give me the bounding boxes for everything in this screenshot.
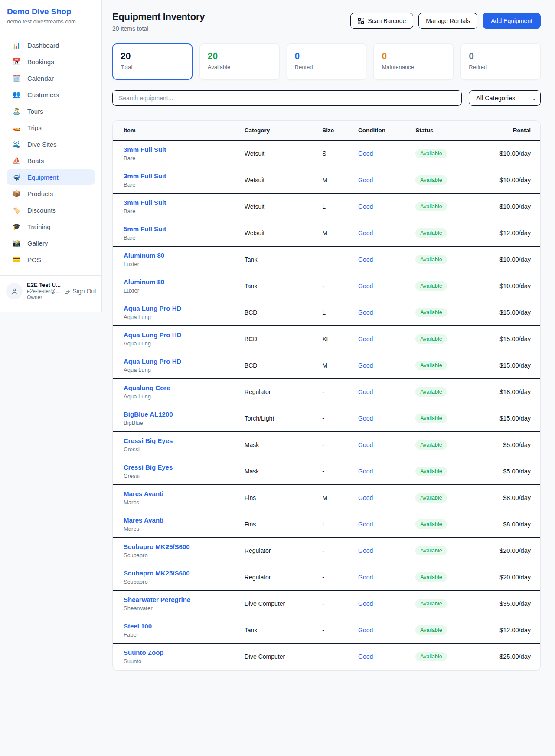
item-rental-rate: $8.00/day <box>477 511 540 537</box>
sidebar-item-label: Bookings <box>27 58 54 66</box>
sidebar-item-pos[interactable]: 💳 POS <box>7 252 95 267</box>
item-name-link[interactable]: Suunto Zoop <box>124 649 238 656</box>
status-badge: Available <box>415 572 447 582</box>
item-name-link[interactable]: Mares Avanti <box>124 516 238 524</box>
search-input[interactable] <box>112 90 462 106</box>
item-brand: Bare <box>124 208 238 214</box>
item-name-link[interactable]: Mares Avanti <box>124 490 238 497</box>
item-name-link[interactable]: Aqualung Core <box>124 384 238 391</box>
main-content: Equipment Inventory 20 items total Scan … <box>102 0 555 671</box>
barcode-icon <box>358 18 364 24</box>
item-name-link[interactable]: Aluminum 80 <box>124 252 238 259</box>
item-name-link[interactable]: 3mm Full Suit <box>124 199 238 206</box>
sidebar-item-gallery[interactable]: 📸 Gallery <box>7 235 95 251</box>
table-row: 3mm Full Suit Bare Wetsuit S Good Availa… <box>113 140 540 167</box>
sidebar-item-training[interactable]: 🎓 Training <box>7 219 95 234</box>
item-condition: Good <box>355 590 412 617</box>
items-total-count: 20 items total <box>112 25 205 32</box>
sidebar-item-bookings[interactable]: 📅 Bookings <box>7 54 95 69</box>
item-name-link[interactable]: Cressi Big Eyes <box>124 463 238 471</box>
equipment-table: Item Category Size Condition Status Rent… <box>113 121 540 670</box>
sidebar-item-tours[interactable]: 🏝️ Tours <box>7 103 95 119</box>
item-name-link[interactable]: 5mm Full Suit <box>124 225 238 233</box>
item-brand: Shearwater <box>124 605 238 611</box>
item-rental-rate: $15.00/day <box>477 352 540 378</box>
item-condition: Good <box>355 458 412 484</box>
scan-barcode-button[interactable]: Scan Barcode <box>350 13 413 29</box>
item-brand: Bare <box>124 234 238 241</box>
item-condition: Good <box>355 193 412 220</box>
item-name-link[interactable]: Scubapro MK25/S600 <box>124 543 238 550</box>
bar-chart-icon: 📊 <box>12 41 21 49</box>
sidebar-item-products[interactable]: 📦 Products <box>7 186 95 201</box>
sidebar-item-label: Calendar <box>27 75 54 82</box>
item-name-link[interactable]: 3mm Full Suit <box>124 146 238 153</box>
item-name-link[interactable]: Shearwater Peregrine <box>124 596 238 603</box>
manage-rentals-button[interactable]: Manage Rentals <box>418 13 477 29</box>
item-size: - <box>319 643 355 670</box>
sidebar-item-calendar[interactable]: 🗓️ Calendar <box>7 70 95 86</box>
sidebar-item-boats[interactable]: ⛵ Boats <box>7 153 95 168</box>
stat-card[interactable]: 20 Total <box>112 43 193 80</box>
item-size: - <box>319 405 355 431</box>
stat-card[interactable]: 0 Rented <box>287 43 367 80</box>
item-name-link[interactable]: 3mm Full Suit <box>124 172 238 180</box>
item-brand: Aqua Lung <box>124 314 238 320</box>
sign-out-button[interactable]: Sign Out <box>63 288 96 295</box>
category-select[interactable]: All Categories ⌄ <box>469 90 541 106</box>
status-badge: Available <box>415 625 447 635</box>
sidebar-item-equipment[interactable]: 🤿 Equipment <box>7 169 95 185</box>
sidebar-item-discounts[interactable]: 🏷️ Discounts <box>7 202 95 218</box>
people-icon: 👥 <box>12 91 21 99</box>
item-name-link[interactable]: Aluminum 80 <box>124 278 238 286</box>
status-badge: Available <box>415 202 447 211</box>
item-brand: Faber <box>124 631 238 638</box>
island-icon: 🏝️ <box>12 107 21 115</box>
item-brand: BigBlue <box>124 420 238 426</box>
item-name-link[interactable]: Aqua Lung Pro HD <box>124 358 238 365</box>
stat-card[interactable]: 20 Available <box>199 43 280 80</box>
avatar <box>6 283 23 299</box>
item-name-link[interactable]: Steel 100 <box>124 622 238 630</box>
item-name-link[interactable]: BigBlue AL1200 <box>124 411 238 418</box>
item-name-link[interactable]: Aqua Lung Pro HD <box>124 305 238 312</box>
page-title-block: Equipment Inventory 20 items total <box>112 11 205 32</box>
sidebar-item-label: Equipment <box>27 174 59 181</box>
item-name-link[interactable]: Aqua Lung Pro HD <box>124 331 238 339</box>
sidebar-item-dashboard[interactable]: 📊 Dashboard <box>7 37 95 53</box>
item-size: - <box>319 458 355 484</box>
stat-card[interactable]: 0 Maintenance <box>373 43 454 80</box>
sidebar-item-label: Training <box>27 223 51 230</box>
status-badge: Available <box>415 652 447 661</box>
item-size: - <box>319 590 355 617</box>
table-row: Mares Avanti Mares Fins M Good Available… <box>113 484 540 511</box>
item-condition: Good <box>355 537 412 564</box>
status-badge: Available <box>415 308 447 317</box>
stats-row: 20 Total 20 Available 0 Rented 0 Mainten… <box>112 43 541 80</box>
calendar-pad-icon: 🗓️ <box>12 74 21 82</box>
stat-value: 20 <box>208 51 271 61</box>
item-category: BCD <box>241 352 319 378</box>
add-equipment-button[interactable]: Add Equipment <box>483 13 541 29</box>
sidebar-item-customers[interactable]: 👥 Customers <box>7 87 95 102</box>
item-name-link[interactable]: Cressi Big Eyes <box>124 437 238 444</box>
item-size: L <box>319 511 355 537</box>
item-category: Wetsuit <box>241 220 319 246</box>
item-category: Wetsuit <box>241 193 319 220</box>
item-brand: Aqua Lung <box>124 340 238 347</box>
table-row: BigBlue AL1200 BigBlue Torch/Light - Goo… <box>113 405 540 431</box>
sidebar-item-dive-sites[interactable]: 🌊 Dive Sites <box>7 136 95 152</box>
table-row: Aqua Lung Pro HD Aqua Lung BCD L Good Av… <box>113 299 540 325</box>
sidebar-item-trips[interactable]: 🚤 Trips <box>7 120 95 135</box>
item-name-link[interactable]: Scubapro MK25/S600 <box>124 569 238 577</box>
table-row: Aluminum 80 Luxfer Tank - Good Available… <box>113 246 540 273</box>
column-header-size: Size <box>319 121 355 140</box>
table-row: Aluminum 80 Luxfer Tank - Good Available… <box>113 273 540 299</box>
stat-label: Total <box>121 64 184 70</box>
stat-card[interactable]: 0 Retired <box>460 43 541 80</box>
item-condition: Good <box>355 511 412 537</box>
item-category: Regulator <box>241 378 319 405</box>
status-badge: Available <box>415 467 447 476</box>
table-row: Aqua Lung Pro HD Aqua Lung BCD M Good Av… <box>113 352 540 378</box>
item-condition: Good <box>355 643 412 670</box>
